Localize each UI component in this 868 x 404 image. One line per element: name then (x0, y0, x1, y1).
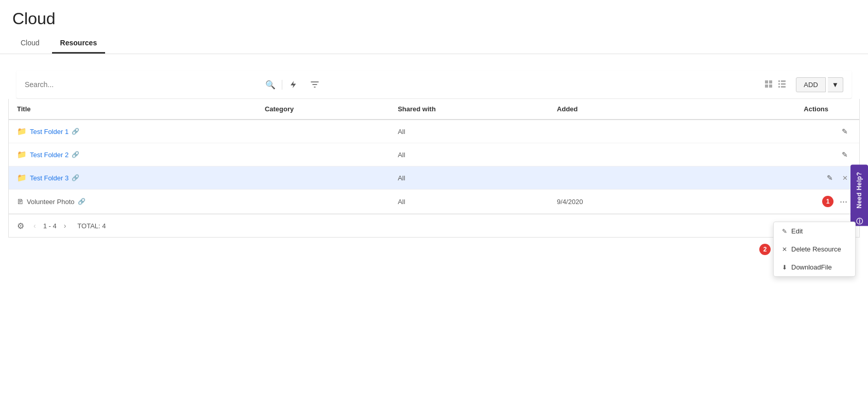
next-page-button[interactable]: › (61, 221, 70, 231)
col-shared-with: Shared with (389, 99, 549, 120)
tab-resources[interactable]: Resources (52, 35, 106, 54)
row1-edit-button[interactable]: ✎ (839, 125, 851, 138)
link-icon-3: 🔗 (72, 174, 79, 181)
pagination: ‹ 1 - 4 › (30, 221, 69, 231)
table-row: 📁 Test Folder 2 🔗 All ✎ (9, 143, 859, 166)
file-icon-4: 🖹 (17, 198, 24, 206)
table-row: 📁 Test Folder 1 🔗 All ✎ (9, 120, 859, 143)
table-row: 🖹 Volunteer Photo 🔗 All 9/4/2020 1 ⋯ (9, 190, 859, 214)
need-help-button[interactable]: ⓘ Need Help? (850, 165, 868, 226)
row3-shared: All (389, 166, 549, 190)
list-view-button[interactable] (776, 78, 788, 91)
col-added: Added (549, 99, 673, 120)
row2-edit-button[interactable]: ✎ (839, 148, 851, 161)
list-icon (778, 80, 786, 88)
download-icon: ⬇ (782, 264, 787, 271)
link-icon-4: 🔗 (78, 198, 86, 205)
row1-actions: ✎ (673, 120, 860, 143)
row2-shared: All (389, 143, 549, 166)
link-icon-1: 🔗 (72, 128, 79, 135)
lightning-bolt-button[interactable] (282, 77, 304, 92)
row4-title: 🖹 Volunteer Photo 🔗 (9, 190, 257, 214)
row2-category (257, 143, 389, 166)
row2-actions: ✎ (673, 143, 860, 166)
svg-rect-1 (769, 80, 772, 83)
col-title: Title (9, 99, 257, 120)
row3-edit-button[interactable]: ✎ (824, 172, 836, 184)
folder-icon-2: 📁 (17, 150, 27, 159)
svg-rect-3 (769, 85, 772, 88)
folder-icon-3: 📁 (17, 173, 27, 182)
row4-added: 9/4/2020 (549, 190, 673, 214)
table-footer: ⚙ ‹ 1 - 4 › TOTAL: 4 (8, 214, 860, 238)
actions-dropdown-menu: ✎ Edit 2 ✕ Delete Resource ⬇ DownloadFil… (773, 222, 856, 277)
row1-shared: All (389, 120, 549, 143)
row4-shared: All (389, 190, 549, 214)
row2-title: 📁 Test Folder 2 🔗 (9, 143, 257, 166)
search-input[interactable] (25, 80, 261, 89)
pagination-range: 1 - 4 (43, 222, 57, 230)
col-category: Category (257, 99, 389, 120)
svg-rect-9 (781, 86, 786, 88)
row3-actions: ✎ ✕ (673, 166, 860, 190)
menu-item-download[interactable]: ⬇ DownloadFile (774, 258, 855, 276)
row1-title: 📁 Test Folder 1 🔗 (9, 120, 257, 143)
col-actions: Actions (673, 99, 860, 120)
svg-rect-8 (778, 86, 780, 88)
svg-rect-0 (765, 80, 768, 83)
filter-button[interactable] (304, 77, 326, 92)
add-dropdown-button[interactable]: ▼ (828, 77, 843, 92)
view-icons (763, 78, 788, 91)
toolbar: 🔍 (16, 71, 852, 99)
row1-category (257, 120, 389, 143)
lightning-icon (288, 80, 298, 89)
folder-link-3[interactable]: 📁 Test Folder 3 🔗 (17, 173, 248, 182)
search-container: 🔍 (25, 80, 282, 90)
action-badge-1: 1 (822, 196, 833, 207)
svg-rect-5 (781, 80, 786, 82)
folder-link-2[interactable]: 📁 Test Folder 2 🔗 (17, 150, 248, 159)
row1-added (549, 120, 673, 143)
prev-page-button[interactable]: ‹ (30, 221, 39, 231)
total-count: TOTAL: 4 (77, 222, 106, 230)
menu-item-edit[interactable]: ✎ Edit (774, 222, 855, 240)
folder-link-1[interactable]: 📁 Test Folder 1 🔗 (17, 127, 248, 136)
search-icon[interactable]: 🔍 (265, 80, 276, 90)
table-row: 📁 Test Folder 3 🔗 All ✎ ✕ (9, 166, 859, 190)
delete-badge: 2 (759, 244, 771, 255)
row3-added (549, 166, 673, 190)
svg-rect-4 (778, 80, 780, 82)
row3-category (257, 166, 389, 190)
filter-icon (310, 80, 319, 89)
page-title: Cloud (12, 9, 856, 28)
delete-icon: ✕ (782, 246, 787, 253)
svg-rect-7 (781, 83, 786, 85)
add-button[interactable]: ADD (796, 77, 825, 92)
grid-view-button[interactable] (763, 78, 774, 91)
settings-icon[interactable]: ⚙ (17, 221, 24, 231)
row4-category (257, 190, 389, 214)
row4-more-button[interactable]: ⋯ (837, 195, 851, 208)
resources-table: Title Category Shared with Added Actions… (9, 99, 859, 214)
row2-added (549, 143, 673, 166)
svg-rect-2 (765, 85, 768, 88)
svg-rect-6 (778, 83, 780, 85)
folder-icon-1: 📁 (17, 127, 27, 136)
row3-delete-button[interactable]: ✕ (839, 172, 851, 184)
edit-icon: ✎ (782, 228, 787, 235)
row3-title: 📁 Test Folder 3 🔗 (9, 166, 257, 190)
grid-icon (765, 80, 772, 88)
row4-actions: 1 ⋯ (673, 190, 860, 214)
table-header-row: Title Category Shared with Added Actions (9, 99, 859, 120)
menu-item-delete[interactable]: 2 ✕ Delete Resource (774, 240, 855, 258)
link-icon-2: 🔗 (72, 151, 79, 158)
toolbar-right: ADD ▼ (763, 77, 843, 92)
tab-bar: Cloud Resources (12, 35, 856, 54)
need-help-icon: ⓘ (855, 212, 864, 219)
tab-cloud[interactable]: Cloud (12, 35, 48, 54)
